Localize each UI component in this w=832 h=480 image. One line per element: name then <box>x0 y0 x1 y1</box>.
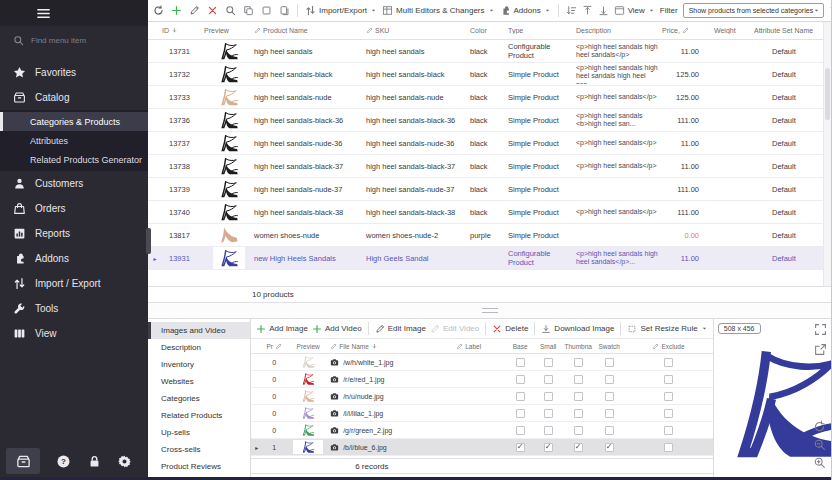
sidebar-item-categories-products[interactable]: Categories & Products <box>0 112 148 131</box>
image-row-b-l-blue-6-jpg[interactable]: ▸1/b/l/blue_6.jpg✓✓✓✓ <box>251 439 713 456</box>
header-small[interactable]: Small <box>534 343 562 350</box>
tab-related-products[interactable]: Related Products <box>148 407 250 424</box>
rotate-icon[interactable] <box>813 420 826 433</box>
header-id[interactable]: ID <box>162 27 204 34</box>
checkbox-swatch[interactable] <box>605 358 614 367</box>
checkbox-exclude[interactable] <box>664 409 673 418</box>
move-up-button[interactable] <box>582 5 593 16</box>
addons-button[interactable]: Addons <box>500 5 551 16</box>
header-file-name[interactable]: File Name <box>330 343 456 350</box>
checkbox-exclude[interactable] <box>664 392 673 401</box>
sidebar-item-favorites[interactable]: Favorites <box>0 60 148 85</box>
sidebar-item-reports[interactable]: Reports <box>0 221 148 246</box>
header-color[interactable]: Color <box>470 27 508 34</box>
checkbox-exclude[interactable] <box>664 426 673 435</box>
checkbox-exclude[interactable] <box>664 358 673 367</box>
tab-categories[interactable]: Categories <box>148 390 250 407</box>
search-button[interactable] <box>225 5 236 16</box>
tab-product-reviews[interactable]: Product Reviews <box>148 458 250 475</box>
image-row-n-u-nude-jpg[interactable]: 0/n/u/nude.jpg <box>251 388 713 405</box>
multi-editors-button[interactable]: Multi Editors & Changers <box>382 5 494 16</box>
tab-websites[interactable]: Websites <box>148 373 250 390</box>
product-row-13737[interactable]: 13737high heel sandals-nude-36high heel … <box>148 132 831 155</box>
header-attribute-set[interactable]: Attribute Set Name <box>754 27 831 34</box>
open-external-icon[interactable] <box>814 343 827 356</box>
delete-button[interactable] <box>207 5 218 16</box>
checkbox-base[interactable] <box>516 392 525 401</box>
product-row-13732[interactable]: 13732high heel sandals-blackhigh heel sa… <box>148 63 831 86</box>
checkbox-swatch[interactable] <box>605 375 614 384</box>
product-row-13736[interactable]: 13736high heel sandals-black-36high heel… <box>148 109 831 132</box>
refresh-button[interactable] <box>153 5 164 16</box>
sidebar-item-customers[interactable]: Customers <box>0 171 148 196</box>
tab-cross-sells[interactable]: Cross-sells <box>148 441 250 458</box>
tab-inventory[interactable]: Inventory <box>148 356 250 373</box>
checkbox-base[interactable] <box>516 409 525 418</box>
product-row-13817[interactable]: 13817women shoes-nudewomen shoes-nude-2p… <box>148 224 831 247</box>
checkbox-base[interactable] <box>516 375 525 384</box>
header-preview[interactable]: Preview <box>286 343 330 350</box>
header-sku[interactable]: SKU <box>366 27 470 34</box>
header-price[interactable]: Price, <box>662 27 714 34</box>
checkbox-small[interactable] <box>544 409 553 418</box>
hamburger-menu-icon[interactable] <box>36 6 51 21</box>
download-image-button[interactable]: Download Image <box>541 324 614 334</box>
sidebar-item-attributes[interactable]: Attributes <box>0 131 148 150</box>
add-image-button[interactable]: Add Image <box>256 324 308 334</box>
sidebar-item-related-products-generator[interactable]: Related Products Generator <box>0 150 148 169</box>
sidebar-item-import-export[interactable]: Import / Export <box>0 271 148 296</box>
image-row-g-r-green-2-jpg[interactable]: 0/g/r/green_2.jpg <box>251 422 713 439</box>
header-pr[interactable]: Pr <box>262 343 286 350</box>
checkbox-swatch[interactable]: ✓ <box>605 443 614 452</box>
checkbox-small[interactable] <box>544 358 553 367</box>
image-row-r-e-red-1-jpg[interactable]: 0/r/e/red_1.jpg <box>251 371 713 388</box>
checkbox-exclude[interactable] <box>664 375 673 384</box>
header-label[interactable]: Label <box>456 343 506 350</box>
vertical-splitter-grip[interactable] <box>146 228 151 254</box>
checkbox-thumbnail[interactable] <box>574 426 583 435</box>
checkbox-base[interactable] <box>516 426 525 435</box>
image-row-l-i-lilac-1-jpg[interactable]: 0/l/i/lilac_1.jpg <box>251 405 713 422</box>
checkbox-exclude[interactable] <box>664 443 673 452</box>
sidebar-item-catalog[interactable]: Catalog <box>0 85 148 110</box>
delete-button[interactable]: Delete <box>492 324 528 334</box>
header-thumbnail[interactable]: Thumbna <box>562 343 594 350</box>
sidebar-item-tools[interactable]: Tools <box>0 296 148 321</box>
product-row-13931[interactable]: ▸13931new High Heels SandalsHigh Geels S… <box>148 247 831 270</box>
import-export-button[interactable]: Import/Export <box>305 5 377 16</box>
help-icon[interactable]: ? <box>56 454 71 469</box>
store-manager-button[interactable] <box>6 448 40 474</box>
product-row-13740[interactable]: 13740high heel sandals-black-38high heel… <box>148 201 831 224</box>
set-resize-rule-button[interactable]: Set Resize Rule <box>627 324 707 334</box>
header-swatch[interactable]: Swatch <box>594 343 624 350</box>
checkbox-thumbnail[interactable]: ✓ <box>574 443 583 452</box>
product-row-13738[interactable]: 13738high heel sandals-black-37high heel… <box>148 155 831 178</box>
checkbox-small[interactable] <box>544 426 553 435</box>
lock-icon[interactable] <box>87 454 102 469</box>
sidebar-item-addons[interactable]: Addons <box>0 246 148 271</box>
header-weight[interactable]: Weight <box>714 27 754 34</box>
edit-button[interactable] <box>189 5 200 16</box>
zoom-out-icon[interactable] <box>813 438 826 451</box>
header-preview[interactable]: Preview <box>204 27 254 34</box>
menu-search-input[interactable] <box>31 36 131 45</box>
checkbox-base[interactable]: ✓ <box>516 443 525 452</box>
move-down-button[interactable] <box>598 5 609 16</box>
checkbox-small[interactable]: ✓ <box>544 443 553 452</box>
duplicate-button[interactable] <box>279 5 290 16</box>
product-row-13731[interactable]: 13731high heel sandalshigh heel sandalsb… <box>148 40 831 63</box>
checkbox-thumbnail[interactable] <box>574 375 583 384</box>
sidebar-item-orders[interactable]: Orders <box>0 196 148 221</box>
product-row-13733[interactable]: 13733high heel sandals-nudehigh heel san… <box>148 86 831 109</box>
checkbox-small[interactable] <box>544 392 553 401</box>
scrollbar-thumb[interactable] <box>825 68 830 120</box>
add-button[interactable] <box>171 5 182 16</box>
copy-button[interactable] <box>243 5 254 16</box>
checkbox-thumbnail[interactable] <box>574 409 583 418</box>
header-description[interactable]: Description <box>576 27 662 34</box>
filter-select[interactable]: Show products from selected categories <box>683 3 825 18</box>
sort-button[interactable] <box>566 5 577 16</box>
zoom-in-icon[interactable] <box>813 456 826 469</box>
view-button[interactable]: View <box>614 5 655 16</box>
sidebar-item-view[interactable]: View <box>0 321 148 346</box>
